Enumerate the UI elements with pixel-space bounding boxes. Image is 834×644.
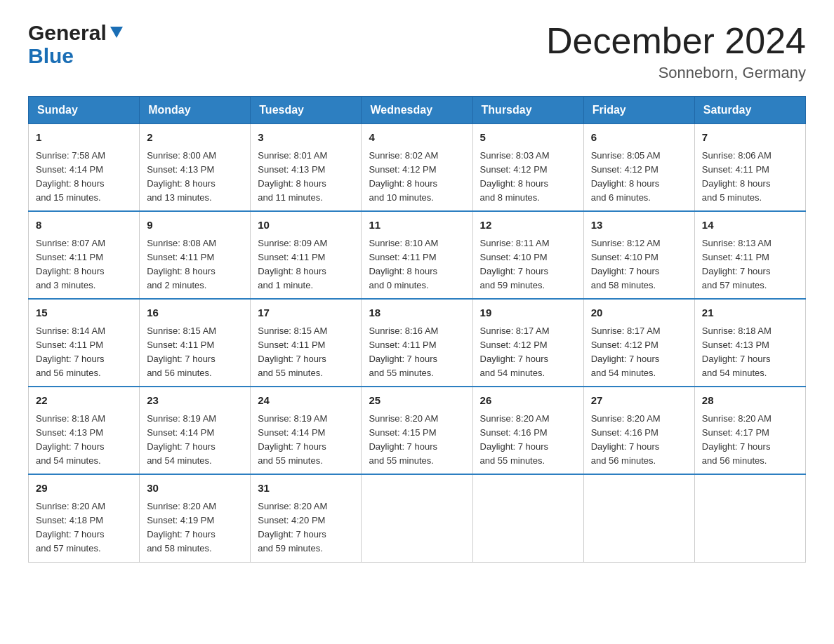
day-cell: 28Sunrise: 8:20 AM Sunset: 4:17 PM Dayli… bbox=[694, 387, 805, 474]
day-info: Sunrise: 8:20 AM Sunset: 4:20 PM Dayligh… bbox=[258, 499, 354, 556]
day-cell: 15Sunrise: 8:14 AM Sunset: 4:11 PM Dayli… bbox=[29, 299, 140, 387]
weekday-header-wednesday: Wednesday bbox=[362, 97, 472, 124]
day-number: 20 bbox=[591, 305, 687, 321]
day-number: 24 bbox=[258, 393, 354, 409]
day-info: Sunrise: 8:10 AM Sunset: 4:11 PM Dayligh… bbox=[369, 236, 465, 293]
day-number: 31 bbox=[258, 481, 354, 497]
day-number: 16 bbox=[147, 305, 243, 321]
week-row-2: 8Sunrise: 8:07 AM Sunset: 4:11 PM Daylig… bbox=[29, 211, 806, 299]
day-info: Sunrise: 8:06 AM Sunset: 4:11 PM Dayligh… bbox=[702, 149, 798, 206]
day-number: 4 bbox=[369, 130, 465, 146]
day-cell: 8Sunrise: 8:07 AM Sunset: 4:11 PM Daylig… bbox=[29, 211, 140, 299]
week-row-1: 1Sunrise: 7:58 AM Sunset: 4:14 PM Daylig… bbox=[29, 124, 806, 212]
day-cell: 17Sunrise: 8:15 AM Sunset: 4:11 PM Dayli… bbox=[251, 299, 362, 387]
day-number: 19 bbox=[480, 305, 576, 321]
logo-general-text: General bbox=[28, 21, 107, 44]
day-number: 1 bbox=[36, 130, 132, 146]
logo: General Blue bbox=[28, 21, 123, 67]
weekday-header-saturday: Saturday bbox=[694, 97, 805, 124]
day-info: Sunrise: 8:14 AM Sunset: 4:11 PM Dayligh… bbox=[36, 324, 132, 381]
day-cell: 6Sunrise: 8:05 AM Sunset: 4:12 PM Daylig… bbox=[583, 124, 694, 212]
day-cell: 3Sunrise: 8:01 AM Sunset: 4:13 PM Daylig… bbox=[251, 124, 362, 212]
day-info: Sunrise: 8:01 AM Sunset: 4:13 PM Dayligh… bbox=[258, 149, 354, 206]
day-info: Sunrise: 8:00 AM Sunset: 4:13 PM Dayligh… bbox=[147, 149, 243, 206]
day-cell: 4Sunrise: 8:02 AM Sunset: 4:12 PM Daylig… bbox=[362, 124, 472, 212]
day-number: 23 bbox=[147, 393, 243, 409]
day-number: 21 bbox=[702, 305, 798, 321]
logo-general-line: General bbox=[28, 21, 123, 44]
day-cell: 13Sunrise: 8:12 AM Sunset: 4:10 PM Dayli… bbox=[583, 211, 694, 299]
day-info: Sunrise: 8:12 AM Sunset: 4:10 PM Dayligh… bbox=[591, 236, 687, 293]
day-number: 18 bbox=[369, 305, 465, 321]
week-row-5: 29Sunrise: 8:20 AM Sunset: 4:18 PM Dayli… bbox=[29, 474, 806, 562]
day-cell: 10Sunrise: 8:09 AM Sunset: 4:11 PM Dayli… bbox=[251, 211, 362, 299]
day-cell: 16Sunrise: 8:15 AM Sunset: 4:11 PM Dayli… bbox=[140, 299, 251, 387]
day-number: 13 bbox=[591, 217, 687, 234]
day-cell: 27Sunrise: 8:20 AM Sunset: 4:16 PM Dayli… bbox=[583, 387, 694, 474]
day-info: Sunrise: 8:09 AM Sunset: 4:11 PM Dayligh… bbox=[258, 236, 354, 293]
day-number: 30 bbox=[147, 481, 243, 497]
day-number: 3 bbox=[258, 130, 354, 146]
logo-triangle-icon bbox=[110, 27, 123, 38]
day-info: Sunrise: 8:02 AM Sunset: 4:12 PM Dayligh… bbox=[369, 149, 465, 206]
day-info: Sunrise: 7:58 AM Sunset: 4:14 PM Dayligh… bbox=[36, 149, 132, 206]
day-number: 27 bbox=[591, 393, 687, 409]
day-number: 6 bbox=[591, 130, 687, 146]
day-info: Sunrise: 8:20 AM Sunset: 4:15 PM Dayligh… bbox=[369, 412, 465, 469]
day-number: 22 bbox=[36, 393, 132, 409]
day-number: 8 bbox=[36, 217, 132, 234]
day-number: 11 bbox=[369, 217, 465, 234]
day-number: 14 bbox=[702, 217, 798, 234]
day-cell: 18Sunrise: 8:16 AM Sunset: 4:11 PM Dayli… bbox=[362, 299, 472, 387]
day-cell bbox=[362, 474, 472, 562]
day-info: Sunrise: 8:08 AM Sunset: 4:11 PM Dayligh… bbox=[147, 236, 243, 293]
day-cell: 26Sunrise: 8:20 AM Sunset: 4:16 PM Dayli… bbox=[472, 387, 583, 474]
day-info: Sunrise: 8:20 AM Sunset: 4:16 PM Dayligh… bbox=[480, 412, 576, 469]
day-info: Sunrise: 8:07 AM Sunset: 4:11 PM Dayligh… bbox=[36, 236, 132, 293]
weekday-header-row: SundayMondayTuesdayWednesdayThursdayFrid… bbox=[29, 97, 806, 124]
day-info: Sunrise: 8:18 AM Sunset: 4:13 PM Dayligh… bbox=[702, 324, 798, 381]
day-cell: 11Sunrise: 8:10 AM Sunset: 4:11 PM Dayli… bbox=[362, 211, 472, 299]
weekday-header-tuesday: Tuesday bbox=[251, 97, 362, 124]
day-info: Sunrise: 8:16 AM Sunset: 4:11 PM Dayligh… bbox=[369, 324, 465, 381]
day-cell: 9Sunrise: 8:08 AM Sunset: 4:11 PM Daylig… bbox=[140, 211, 251, 299]
day-cell: 30Sunrise: 8:20 AM Sunset: 4:19 PM Dayli… bbox=[140, 474, 251, 562]
day-info: Sunrise: 8:05 AM Sunset: 4:12 PM Dayligh… bbox=[591, 149, 687, 206]
day-cell bbox=[583, 474, 694, 562]
day-cell: 22Sunrise: 8:18 AM Sunset: 4:13 PM Dayli… bbox=[29, 387, 140, 474]
day-info: Sunrise: 8:20 AM Sunset: 4:18 PM Dayligh… bbox=[36, 499, 132, 556]
day-info: Sunrise: 8:17 AM Sunset: 4:12 PM Dayligh… bbox=[591, 324, 687, 381]
day-info: Sunrise: 8:20 AM Sunset: 4:17 PM Dayligh… bbox=[702, 412, 798, 469]
day-number: 28 bbox=[702, 393, 798, 409]
day-number: 5 bbox=[480, 130, 576, 146]
day-info: Sunrise: 8:17 AM Sunset: 4:12 PM Dayligh… bbox=[480, 324, 576, 381]
day-info: Sunrise: 8:20 AM Sunset: 4:19 PM Dayligh… bbox=[147, 499, 243, 556]
weekday-header-friday: Friday bbox=[583, 97, 694, 124]
day-cell: 2Sunrise: 8:00 AM Sunset: 4:13 PM Daylig… bbox=[140, 124, 251, 212]
calendar-table: SundayMondayTuesdayWednesdayThursdayFrid… bbox=[28, 96, 806, 562]
day-cell: 20Sunrise: 8:17 AM Sunset: 4:12 PM Dayli… bbox=[583, 299, 694, 387]
day-cell: 31Sunrise: 8:20 AM Sunset: 4:20 PM Dayli… bbox=[251, 474, 362, 562]
day-info: Sunrise: 8:19 AM Sunset: 4:14 PM Dayligh… bbox=[147, 412, 243, 469]
day-number: 25 bbox=[369, 393, 465, 409]
day-cell: 7Sunrise: 8:06 AM Sunset: 4:11 PM Daylig… bbox=[694, 124, 805, 212]
day-cell bbox=[694, 474, 805, 562]
day-number: 9 bbox=[147, 217, 243, 234]
week-row-3: 15Sunrise: 8:14 AM Sunset: 4:11 PM Dayli… bbox=[29, 299, 806, 387]
day-info: Sunrise: 8:15 AM Sunset: 4:11 PM Dayligh… bbox=[258, 324, 354, 381]
day-number: 12 bbox=[480, 217, 576, 234]
day-number: 29 bbox=[36, 481, 132, 497]
day-info: Sunrise: 8:15 AM Sunset: 4:11 PM Dayligh… bbox=[147, 324, 243, 381]
day-cell: 1Sunrise: 7:58 AM Sunset: 4:14 PM Daylig… bbox=[29, 124, 140, 212]
day-number: 17 bbox=[258, 305, 354, 321]
title-block: December 2024 Sonneborn, Germany bbox=[546, 21, 806, 82]
day-number: 15 bbox=[36, 305, 132, 321]
day-cell: 14Sunrise: 8:13 AM Sunset: 4:11 PM Dayli… bbox=[694, 211, 805, 299]
weekday-header-monday: Monday bbox=[140, 97, 251, 124]
page-header: General Blue December 2024 Sonneborn, Ge… bbox=[28, 21, 806, 82]
month-title: December 2024 bbox=[546, 21, 806, 61]
day-cell: 25Sunrise: 8:20 AM Sunset: 4:15 PM Dayli… bbox=[362, 387, 472, 474]
logo-blue-text: Blue bbox=[28, 44, 123, 67]
week-row-4: 22Sunrise: 8:18 AM Sunset: 4:13 PM Dayli… bbox=[29, 387, 806, 474]
day-cell: 5Sunrise: 8:03 AM Sunset: 4:12 PM Daylig… bbox=[472, 124, 583, 212]
